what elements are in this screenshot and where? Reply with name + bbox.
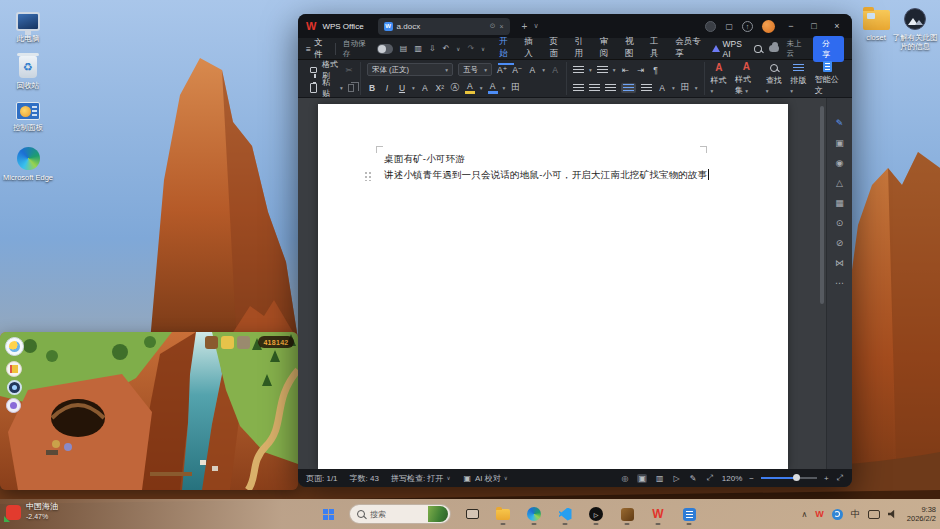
superscript-icon[interactable]: X² [435,83,445,93]
zoom-knob[interactable] [793,474,800,481]
speaker-icon[interactable] [888,510,899,519]
tab-insert[interactable]: 插入 [523,33,539,65]
mining-game-window[interactable]: 418142 [0,332,298,490]
tab-review[interactable]: 审阅 [599,33,615,65]
tab-sync-icon[interactable]: ⊙ [490,22,496,30]
zoom-slider[interactable] [761,477,817,479]
decrease-font-icon[interactable]: A⁻ [512,65,522,75]
layout-icon[interactable]: ▢ [725,22,733,31]
shading-icon[interactable]: A [657,83,667,93]
paste-icon[interactable] [310,83,317,93]
zoom-out-icon[interactable]: − [748,474,755,483]
wps-logo[interactable]: W [306,20,316,32]
font-color-icon[interactable]: A [488,81,498,94]
numbered-caret[interactable]: ▾ [613,67,616,73]
tab-page[interactable]: 页面 [548,33,564,65]
underline-icon[interactable]: U [397,83,407,93]
tab-tools[interactable]: 工具 [649,33,665,65]
ribbon-search-icon[interactable] [754,45,761,53]
redo-icon[interactable]: ↷ [467,44,474,53]
strikethrough-icon[interactable]: A [420,83,430,93]
ime-indicator[interactable]: 中 [851,508,860,521]
task-view-button[interactable] [462,503,482,525]
document-page[interactable]: 桌面有矿-小可环游 讲述小镇青年遇到一只会说话的地鼠-小可，开启大江南北挖矿找宝… [318,104,788,469]
paragraph-mark-icon[interactable]: ¶ [651,65,661,75]
copy-icon[interactable] [348,84,354,92]
tab-reference[interactable]: 引用 [574,33,590,65]
edit-pen-icon[interactable]: ✎ [836,118,844,128]
page-view-icon[interactable]: ▣ [637,474,647,483]
record-icon[interactable]: ◉ [836,158,844,168]
edge-taskbar-button[interactable] [524,503,544,525]
media-player-button[interactable]: ▷ [586,503,606,525]
user-avatar[interactable] [762,20,775,33]
numbered-list-icon[interactable] [597,66,608,74]
cut-icon[interactable]: ✂ [344,65,354,75]
game-weather-button[interactable] [5,337,24,356]
more-tools-icon[interactable]: ⋯ [835,278,844,288]
export-icon[interactable]: ⇩ [429,44,436,53]
style-button[interactable]: A 样式 ▾ [711,62,728,95]
align-left-icon[interactable] [573,84,584,92]
contents-icon[interactable]: ⊙ [836,218,844,228]
hidden-icons-chevron[interactable]: ∧ [801,510,807,519]
taskbar-clock[interactable]: 9:38 2026/2/2 [907,505,936,523]
page-count[interactable]: 页面: 1/1 [306,473,338,484]
shapes-icon[interactable]: △ [836,178,843,188]
word-count[interactable]: 字数: 43 [350,473,379,484]
tab-view[interactable]: 视图 [624,33,640,65]
align-right-icon[interactable] [605,84,616,92]
paste-label[interactable]: 粘贴 [322,77,335,99]
increase-font-icon[interactable]: A⁺ [497,65,507,75]
vscode-taskbar-button[interactable] [555,503,575,525]
app-blue-button[interactable] [679,503,699,525]
format-painter-icon[interactable] [310,67,317,73]
font-size-select[interactable]: 五号 ▾ [458,63,492,76]
vertical-scrollbar[interactable] [820,106,824,304]
bullet-list-icon[interactable] [573,66,584,74]
taskbar-search[interactable]: 搜索 [349,504,451,524]
maximize-button[interactable]: □ [807,21,821,31]
game-misc-button[interactable] [6,398,21,413]
image-panel-icon[interactable]: ▦ [835,198,844,208]
doc-text-line1[interactable]: 桌面有矿-小可环游 [384,153,465,166]
desktop-icon-this-pc[interactable]: 此电脑 [2,12,54,43]
minimize-button[interactable]: − [784,21,798,31]
justify-icon[interactable] [621,83,636,93]
tab-home[interactable]: 开始 [498,33,514,65]
paste-caret[interactable]: ▾ [340,85,343,91]
bold-icon[interactable]: B [367,83,377,93]
fullscreen-icon[interactable]: ⤢ [836,473,844,483]
assistant-icon[interactable] [705,21,716,32]
undo-caret[interactable]: ∨ [456,46,460,52]
upload-cloud-icon[interactable]: ↑ [742,21,753,32]
font-color-caret[interactable]: ▾ [503,85,506,91]
wps-taskbar-button[interactable]: W [648,503,668,525]
italic-icon[interactable]: I [382,83,392,93]
char-border-icon[interactable]: 田 [510,82,520,94]
shading-caret[interactable]: ▾ [672,85,675,91]
desktop-icon-recycle-bin[interactable]: ♻ 回收站 [2,56,54,90]
play-mode-icon[interactable]: ▷ [673,474,681,483]
typeset-button[interactable]: 排版 ▾ [790,62,807,95]
comment-icon[interactable]: ▣ [835,138,844,148]
zoom-in-icon[interactable]: + [823,474,830,483]
tab-close-icon[interactable]: × [500,23,504,30]
wps-ai-button[interactable]: WPS AI [712,39,748,59]
clear-format-icon[interactable]: A [550,65,560,75]
game-avatar-gopher[interactable] [221,336,234,349]
desktop-icon-control-panel[interactable]: 控制面板 [2,102,54,132]
close-button[interactable]: × [830,21,844,31]
document-tab[interactable]: W a.docx ⊙ × [378,18,510,35]
borders-icon[interactable]: 田 [680,82,690,94]
edit-mode-icon[interactable]: ✎ [689,474,698,483]
ai-proofread[interactable]: ▣ AI 校对 ∨ [462,473,507,484]
distribute-icon[interactable] [641,84,652,92]
spell-check-status[interactable]: 拼写检查: 打开 ∨ [391,473,450,484]
autosave-toggle[interactable] [377,44,393,54]
increase-indent-icon[interactable]: ⇥ [636,65,646,75]
underline-caret[interactable]: ▾ [412,85,415,91]
undo-icon[interactable]: ↶ [443,44,450,53]
start-button[interactable] [318,503,338,525]
zoom-value[interactable]: 120% [722,474,742,483]
